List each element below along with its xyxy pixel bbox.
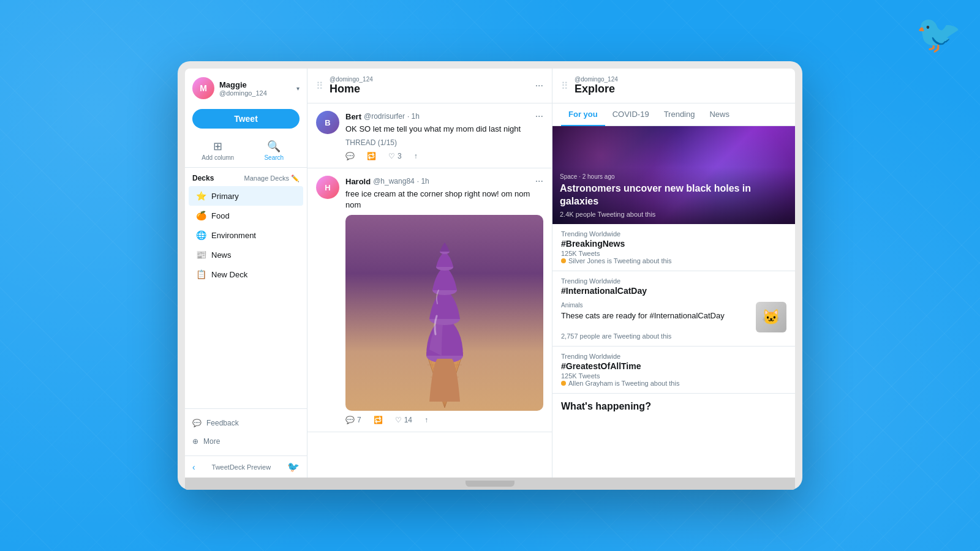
- home-column-header: ⠿ @domingo_124 Home ···: [307, 69, 552, 103]
- cat-card-text: Animals These cats are ready for #Intern…: [561, 302, 750, 321]
- tab-for-you[interactable]: For you: [561, 103, 605, 126]
- new-deck-icon: 📋: [196, 269, 206, 279]
- decks-title: Decks: [192, 174, 214, 182]
- harold-handle: @h_wang84: [373, 177, 415, 186]
- harold-time: · 1h: [417, 177, 429, 186]
- chevron-down-icon[interactable]: ▾: [296, 85, 300, 92]
- tab-news[interactable]: News: [702, 103, 737, 126]
- trending-breaking-tag: #BreakingNews: [561, 239, 786, 249]
- deck-item-primary[interactable]: ⭐ Primary: [189, 186, 303, 206]
- deck-item-food[interactable]: 🍊 Food: [189, 206, 303, 225]
- more-item[interactable]: ⊕ More: [185, 432, 307, 451]
- trending-goat-count: 125K Tweets: [561, 372, 786, 380]
- explore-column-header: ⠿ @domingo_124 Explore: [552, 69, 795, 103]
- food-icon: 🍊: [196, 211, 206, 220]
- bert-tweet-header: Bert @rodrisurfer · 1h ···: [345, 111, 543, 122]
- tab-covid[interactable]: COVID-19: [605, 103, 657, 126]
- orange-dot2-icon: [561, 381, 566, 386]
- harold-more-icon[interactable]: ···: [535, 176, 543, 187]
- bert-tweet-text: OK SO let me tell you what my mom did la…: [345, 124, 543, 135]
- trending-breaking-user: Silver Jones is Tweeting about this: [561, 257, 786, 264]
- bert-tweet-body: Bert @rodrisurfer · 1h ··· OK SO let me …: [345, 111, 543, 160]
- trending-cat-tag: #InternationalCatDay: [561, 286, 786, 296]
- home-column-title: Home: [330, 83, 529, 96]
- harold-tweet-header: Harold @h_wang84 · 1h ···: [345, 176, 543, 187]
- news-hero-text: Space · 2 hours ago Astronomers uncover …: [552, 167, 795, 224]
- harold-retweet-action[interactable]: 🔁: [374, 416, 383, 424]
- trending-goat-user: Allen Grayham is Tweeting about this: [561, 380, 786, 387]
- add-column-icon: ⊞: [213, 140, 222, 153]
- back-arrow-icon[interactable]: ‹: [192, 462, 195, 472]
- cat-card-image: 🐱: [756, 302, 786, 332]
- news-hero-count: 2.4K people Tweeting about this: [560, 211, 788, 218]
- explore-column-title: Explore: [575, 83, 786, 96]
- harold-tweet-actions: 💬 7 🔁 ♡ 14 ↑: [345, 416, 543, 424]
- home-column-meta: @domingo_124 Home: [330, 76, 529, 96]
- environment-icon: 🌐: [196, 230, 206, 240]
- deck-item-news[interactable]: 📰 News: [189, 245, 303, 264]
- trending-cat-day[interactable]: Trending Worldwide #InternationalCatDay …: [552, 271, 795, 347]
- harold-tweet-image: [345, 215, 543, 411]
- user-handle: @domingo_124: [219, 89, 292, 97]
- bert-like-action[interactable]: ♡ 3: [388, 152, 402, 160]
- add-column-label: Add column: [202, 154, 234, 161]
- laptop-frame: M Maggie @domingo_124 ▾ Tweet ⊞ Add colu…: [178, 61, 802, 490]
- harold-reply-action[interactable]: 💬 7: [345, 416, 361, 424]
- harold-tweet-text: free ice cream at the corner shop right …: [345, 189, 543, 211]
- sidebar-user[interactable]: M Maggie @domingo_124 ▾: [185, 69, 307, 105]
- deck-item-new[interactable]: 📋 New Deck: [189, 264, 303, 284]
- user-name: Maggie: [219, 80, 292, 89]
- harold-share-action[interactable]: ↑: [424, 416, 428, 424]
- tweet-bert: B Bert @rodrisurfer · 1h ··· OK SO let m…: [307, 103, 552, 168]
- trending-breaking-label: Trending Worldwide: [561, 230, 786, 238]
- bert-handle: @rodrisurfer: [364, 112, 405, 121]
- bert-reply-action[interactable]: 💬: [345, 152, 355, 160]
- tab-trending[interactable]: Trending: [657, 103, 703, 126]
- tweet-button[interactable]: Tweet: [192, 109, 300, 129]
- news-hero-category: Space · 2 hours ago: [560, 173, 788, 180]
- tweet-harold: H Harold @h_wang84 · 1h ··· free ice cre…: [307, 168, 552, 432]
- trending-goat[interactable]: Trending Worldwide #GreatestOfAllTime 12…: [552, 347, 795, 394]
- search-icon: 🔍: [267, 140, 281, 153]
- laptop-base: [185, 478, 795, 490]
- explore-column-meta: @domingo_124 Explore: [575, 76, 786, 96]
- more-label: More: [203, 437, 220, 446]
- deck-label-new: New Deck: [211, 270, 247, 279]
- home-feed-column: ⠿ @domingo_124 Home ··· B Bert @rodrisur…: [307, 69, 552, 478]
- ice-cream-svg: [383, 218, 506, 408]
- harold-tweet-body: Harold @h_wang84 · 1h ··· free ice cream…: [345, 176, 543, 424]
- bert-more-icon[interactable]: ···: [535, 111, 543, 122]
- news-hero-title: Astronomers uncover new black holes in g…: [560, 182, 788, 208]
- deck-item-environment[interactable]: 🌐 Environment: [189, 225, 303, 245]
- news-hero-card[interactable]: Space · 2 hours ago Astronomers uncover …: [552, 126, 795, 224]
- star-icon: ⭐: [196, 191, 206, 201]
- add-column-nav[interactable]: ⊞ Add column: [192, 140, 244, 161]
- feedback-item[interactable]: 💬 Feedback: [185, 414, 307, 432]
- trending-goat-label: Trending Worldwide: [561, 353, 786, 360]
- search-nav[interactable]: 🔍 Search: [249, 140, 300, 161]
- bert-retweet-action[interactable]: 🔁: [367, 152, 376, 160]
- bert-name: Bert: [345, 112, 361, 121]
- harold-avatar: H: [316, 176, 339, 199]
- harold-like-action[interactable]: ♡ 14: [395, 416, 412, 424]
- cat-card: Animals These cats are ready for #Intern…: [561, 297, 786, 332]
- cat-card-category: Animals: [561, 302, 750, 309]
- feedback-icon: 💬: [192, 419, 202, 427]
- trending-breaking-news[interactable]: Trending Worldwide #BreakingNews 125K Tw…: [552, 224, 795, 271]
- avatar: M: [192, 77, 214, 99]
- bert-share-action[interactable]: ↑: [414, 152, 418, 160]
- home-column-more-icon[interactable]: ···: [535, 80, 543, 91]
- sidebar-footer: 💬 Feedback ⊕ More: [185, 408, 307, 455]
- trending-cat-label: Trending Worldwide: [561, 277, 786, 285]
- manage-decks-button[interactable]: Manage Decks ✏️: [244, 174, 300, 182]
- explore-content: Space · 2 hours ago Astronomers uncover …: [552, 126, 795, 478]
- tweetdeck-label: TweetDeck Preview: [212, 463, 271, 471]
- trending-goat-tag: #GreatestOfAllTime: [561, 361, 786, 371]
- explore-column-username: @domingo_124: [575, 76, 786, 83]
- sidebar: M Maggie @domingo_124 ▾ Tweet ⊞ Add colu…: [185, 69, 307, 478]
- trending-breaking-count: 125K Tweets: [561, 250, 786, 257]
- decks-header: Decks Manage Decks ✏️: [185, 168, 307, 186]
- user-info: Maggie @domingo_124: [219, 80, 292, 97]
- sidebar-nav: ⊞ Add column 🔍 Search: [185, 136, 307, 168]
- more-icon: ⊕: [192, 437, 198, 446]
